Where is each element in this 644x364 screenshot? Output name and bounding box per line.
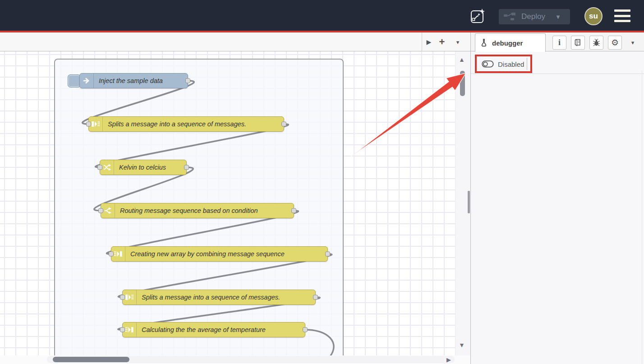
debug-button[interactable] [589, 36, 603, 50]
debugger-disabled-toggle[interactable]: Disabled [477, 56, 529, 72]
deploy-wire-icon [503, 12, 517, 21]
output-port[interactable] [281, 122, 286, 127]
node-inject[interactable]: Inject the sample data [79, 73, 188, 88]
node-join-1[interactable]: Creating new array by combining message … [111, 246, 328, 262]
output-port[interactable] [313, 295, 318, 300]
output-port[interactable] [325, 252, 330, 257]
output-port[interactable] [184, 165, 189, 170]
sidebar-tabbar: debugger i ⚙ [471, 32, 644, 51]
app-header: Deploy ▼ su [0, 0, 644, 31]
node-split-1[interactable]: Splits a message into a sequence of mess… [88, 116, 284, 132]
node-join-2[interactable]: Calculating the the average of temperatu… [122, 322, 305, 337]
flow-canvas[interactable]: Inject the sample data Splits a message … [0, 51, 470, 355]
tab-debugger[interactable]: debugger [475, 33, 546, 52]
input-port[interactable] [86, 122, 91, 127]
deploy-label: Deploy [521, 12, 545, 21]
disabled-label: Disabled [498, 60, 524, 68]
node-label: Creating new array by combining message … [125, 247, 290, 261]
node-label: Splits a message into a sequence of mess… [137, 290, 285, 304]
sidebar-scroll-track [642, 70, 642, 364]
gear-icon: ⚙ [611, 38, 619, 47]
node-change[interactable]: Kelvin to celcius [100, 160, 187, 175]
workspace-tabbar: ▶ + ▾ [0, 32, 470, 51]
book-icon [574, 39, 582, 46]
output-port[interactable] [185, 78, 190, 83]
inject-icon [80, 74, 94, 88]
inject-trigger-button[interactable] [68, 74, 81, 88]
user-avatar[interactable]: su [584, 7, 603, 25]
node-label: Inject the sample data [94, 74, 168, 88]
sidebar-resize-grip[interactable] [468, 191, 470, 213]
tab-debugger-label: debugger [492, 39, 523, 47]
help-button[interactable] [571, 36, 585, 50]
add-flow-button[interactable]: + [435, 32, 449, 51]
input-port[interactable] [109, 252, 114, 257]
horizontal-scrollbar-thumb[interactable] [53, 357, 129, 362]
scroll-down-icon[interactable]: ▼ [457, 341, 466, 349]
info-button[interactable]: i [552, 36, 566, 50]
node-red-app: Deploy ▼ su ▶ + ▾ [0, 0, 644, 364]
bug-icon [593, 39, 600, 46]
vertical-scrollbar-thumb[interactable] [460, 71, 465, 96]
sidebar-collapse-icon[interactable]: ▾ [626, 36, 639, 50]
flow-assistant-icon[interactable] [470, 8, 486, 25]
info-icon: i [558, 38, 561, 47]
sidebar: debugger i ⚙ [470, 32, 644, 364]
output-port[interactable] [291, 208, 296, 213]
output-port[interactable] [303, 327, 308, 332]
flask-icon [481, 39, 488, 47]
node-label: Routing message sequence based on condit… [115, 203, 263, 218]
input-port[interactable] [98, 208, 103, 213]
node-label: Splits a message into a sequence of mess… [103, 117, 252, 131]
deploy-button[interactable]: Deploy ▼ [499, 9, 570, 24]
toggle-off-icon [482, 60, 494, 68]
scroll-right-icon[interactable]: ▶ [445, 356, 453, 363]
main-menu-icon[interactable] [614, 9, 630, 22]
toolbar-separator [527, 58, 527, 70]
scroll-tabs-right-icon[interactable]: ▶ [422, 32, 436, 51]
input-port[interactable] [120, 295, 125, 300]
debugger-toolbar-row: Disabled [471, 51, 644, 74]
settings-button[interactable]: ⚙ [608, 36, 622, 50]
deploy-caret-icon[interactable]: ▼ [555, 14, 561, 20]
scroll-up-icon[interactable]: ▲ [457, 56, 466, 63]
node-label: Kelvin to celcius [114, 160, 171, 175]
input-port[interactable] [97, 165, 102, 170]
node-split-2[interactable]: Splits a message into a sequence of mess… [122, 290, 316, 305]
avatar-initials: su [589, 12, 598, 21]
flows-list-icon[interactable]: ▾ [451, 32, 465, 51]
debugger-panel: Disabled [471, 51, 644, 364]
node-switch[interactable]: Routing message sequence based on condit… [101, 203, 294, 218]
input-port[interactable] [120, 327, 125, 332]
node-label: Calculating the the average of temperatu… [137, 323, 271, 337]
horizontal-scrollbar: ▶ [0, 355, 470, 364]
